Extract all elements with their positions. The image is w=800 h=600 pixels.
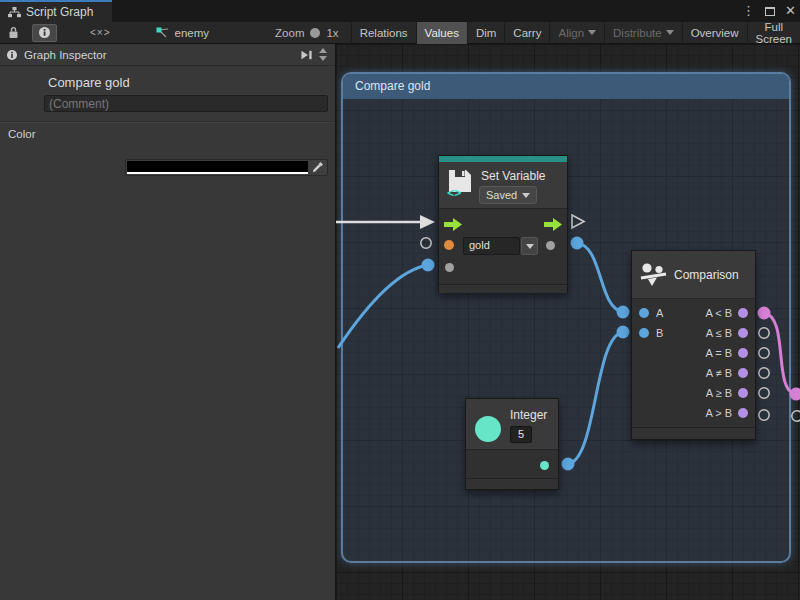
node-footer bbox=[466, 478, 558, 489]
output-label: A = B bbox=[705, 347, 732, 359]
input-b-label: B bbox=[656, 327, 663, 339]
script-graph-icon bbox=[8, 7, 21, 18]
dock-panel-icon[interactable] bbox=[301, 49, 313, 61]
scroll-up-icon[interactable] bbox=[319, 48, 327, 53]
output-label: A ≠ B bbox=[706, 367, 732, 379]
port-blue-comparison-a[interactable] bbox=[617, 306, 630, 319]
port-open-comparison-gt[interactable] bbox=[759, 410, 769, 420]
lock-icon bbox=[8, 26, 19, 39]
lock-button[interactable] bbox=[3, 24, 24, 42]
graph-title: Compare gold bbox=[48, 75, 335, 90]
port-open-setvar-left[interactable] bbox=[421, 238, 431, 248]
graph-pointer-breadcrumb[interactable]: enemy bbox=[156, 27, 210, 39]
zoom-slider[interactable] bbox=[313, 26, 320, 40]
eyedropper-button[interactable] bbox=[308, 160, 327, 175]
port-pink-comparison-less[interactable] bbox=[758, 307, 771, 320]
distribute-dropdown-button[interactable]: Distribute bbox=[605, 22, 683, 44]
tab-label: Script Graph bbox=[26, 5, 93, 19]
port-open-comparison-lte[interactable] bbox=[759, 328, 769, 338]
variable-name-field[interactable]: gold bbox=[463, 237, 520, 255]
graph-inspector-panel: Graph Inspector Compare gold Color bbox=[0, 44, 335, 600]
titlebar: Script Graph ⋮ ✕ bbox=[0, 0, 800, 22]
integer-value-field[interactable]: 5 bbox=[510, 426, 532, 443]
port-value-in[interactable] bbox=[445, 263, 454, 272]
divider bbox=[0, 121, 335, 123]
relations-button[interactable]: Relations bbox=[352, 22, 417, 44]
graph-canvas[interactable]: Compare gold bbox=[335, 44, 800, 600]
tab-script-graph[interactable]: Script Graph bbox=[0, 0, 112, 22]
align-dropdown-button[interactable]: Align bbox=[550, 22, 605, 44]
carry-button[interactable]: Carry bbox=[505, 22, 550, 44]
port-value-out[interactable] bbox=[546, 241, 555, 250]
input-a-label: A bbox=[656, 307, 663, 319]
output-label: A ≥ B bbox=[706, 387, 732, 399]
port-variable-name[interactable] bbox=[444, 240, 454, 250]
chevron-down-icon bbox=[526, 244, 534, 249]
color-field bbox=[125, 159, 328, 176]
code-view-button[interactable]: <×> bbox=[85, 24, 116, 42]
zoom-slider-knob[interactable] bbox=[310, 28, 320, 38]
wire-setvar-to-comparison-a bbox=[577, 243, 623, 312]
info-icon bbox=[6, 49, 18, 61]
graph-pointer-label: enemy bbox=[175, 27, 210, 39]
control-out-port-icon[interactable] bbox=[544, 218, 562, 231]
eyedropper-icon bbox=[311, 161, 324, 174]
wire-offscreen-to-setvar bbox=[338, 265, 428, 348]
output-label: A < B bbox=[705, 307, 732, 319]
port-input-a[interactable] bbox=[639, 308, 649, 318]
window-menu-icon[interactable]: ⋮ bbox=[742, 0, 755, 22]
port-open-offscreen[interactable] bbox=[792, 411, 800, 421]
graph-inspector-title: Graph Inspector bbox=[24, 49, 106, 61]
overview-button[interactable]: Overview bbox=[683, 22, 748, 44]
port-input-b[interactable] bbox=[639, 328, 649, 338]
port-out-equal[interactable] bbox=[738, 348, 748, 358]
port-blue-setvar-left[interactable] bbox=[422, 259, 435, 272]
panel-scroll-arrows[interactable] bbox=[319, 48, 329, 61]
dim-button[interactable]: Dim bbox=[468, 22, 505, 44]
svg-text:<>: <> bbox=[447, 186, 461, 199]
script-graph-window: Script Graph ⋮ ✕ <×> bbox=[0, 0, 800, 600]
output-label: A > B bbox=[705, 407, 732, 419]
values-button[interactable]: Values bbox=[417, 22, 468, 44]
port-open-comparison-gte[interactable] bbox=[759, 388, 769, 398]
scroll-down-icon[interactable] bbox=[319, 56, 327, 61]
close-icon[interactable]: ✕ bbox=[785, 0, 796, 22]
maximize-icon[interactable] bbox=[765, 7, 775, 16]
window-controls: ⋮ ✕ bbox=[742, 0, 796, 22]
port-blue-setvar-right[interactable] bbox=[571, 237, 584, 250]
color-row: Color bbox=[0, 128, 335, 140]
graph-inspector-header: Graph Inspector bbox=[0, 44, 335, 66]
port-pink-offscreen[interactable] bbox=[790, 388, 800, 401]
port-open-comparison-neq[interactable] bbox=[759, 368, 769, 378]
node-integer[interactable]: Integer 5 bbox=[465, 398, 559, 490]
port-open-comparison-eq[interactable] bbox=[759, 348, 769, 358]
comment-input[interactable] bbox=[44, 95, 328, 112]
port-control-out-external[interactable] bbox=[572, 215, 584, 228]
output-label: A ≤ B bbox=[706, 327, 732, 339]
port-out-less-equal[interactable] bbox=[738, 328, 748, 338]
node-footer bbox=[632, 427, 755, 437]
variable-dropdown-button[interactable] bbox=[521, 237, 538, 255]
port-blue-integer-out[interactable] bbox=[562, 458, 575, 471]
node-comparison[interactable]: Comparison A A < B B A ≤ B A = B bbox=[631, 250, 756, 440]
full-screen-button[interactable]: Full Screen bbox=[748, 22, 800, 44]
comparison-icon bbox=[640, 262, 668, 288]
chevron-down-icon bbox=[588, 30, 596, 35]
info-icon bbox=[38, 26, 51, 39]
port-out-greater[interactable] bbox=[738, 408, 748, 418]
variable-scope-dropdown[interactable]: Saved bbox=[479, 186, 537, 204]
port-integer-out[interactable] bbox=[540, 461, 549, 470]
inspector-toggle-button[interactable] bbox=[32, 24, 57, 42]
port-out-not-equal[interactable] bbox=[738, 368, 748, 378]
control-in-port-icon[interactable] bbox=[444, 218, 462, 231]
node-set-variable[interactable]: <> Set Variable Saved gold bbox=[438, 155, 568, 293]
port-blue-comparison-b[interactable] bbox=[617, 326, 630, 339]
alpha-bar bbox=[127, 172, 308, 175]
zoom-label: Zoom bbox=[275, 27, 304, 39]
color-swatch[interactable] bbox=[127, 161, 308, 174]
integer-icon bbox=[475, 416, 501, 442]
graph-toolbar: <×> enemy Zoom 1x Relations Values Dim C… bbox=[0, 22, 800, 44]
port-out-less[interactable] bbox=[738, 308, 748, 318]
port-out-greater-equal[interactable] bbox=[738, 388, 748, 398]
save-variable-icon: <> bbox=[446, 167, 474, 199]
